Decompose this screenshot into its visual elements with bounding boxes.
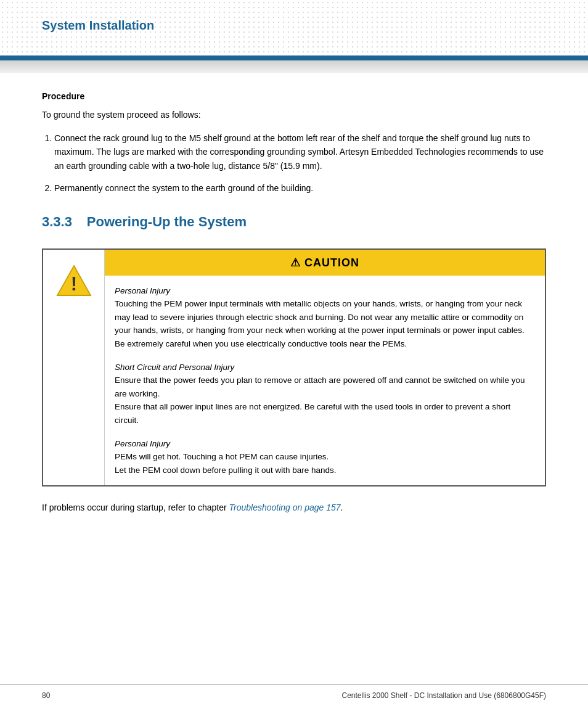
- caution-header-label: ⚠ CAUTION: [105, 250, 545, 276]
- caution-icon-area: !: [43, 250, 105, 486]
- reference-suffix: .: [341, 503, 343, 512]
- header: System Installation: [0, 0, 588, 55]
- caution-section-3-title: Personal Injury: [115, 437, 535, 451]
- caution-triangle-icon: !: [55, 262, 92, 299]
- section-title: Powering-Up the System: [87, 214, 247, 229]
- section-heading-333: 3.3.3 Powering-Up the System: [42, 214, 546, 230]
- footer-document-title: Centellis 2000 Shelf - DC Installation a…: [341, 691, 546, 700]
- page-title: System Installation: [42, 18, 154, 33]
- caution-section-1: Personal Injury Touching the PEM power i…: [115, 284, 535, 351]
- grey-gradient-bar: [0, 60, 588, 73]
- procedure-steps: Connect the rack ground lug to the M5 sh…: [54, 131, 546, 195]
- caution-section-1-body: Touching the PEM power input terminals w…: [115, 297, 535, 350]
- caution-section-3: Personal Injury PEMs will get hot. Touch…: [115, 437, 535, 477]
- caution-section-1-title: Personal Injury: [115, 284, 535, 298]
- footer-page-number: 80: [42, 691, 50, 700]
- caution-content: ⚠ CAUTION Personal Injury Touching the P…: [105, 250, 545, 486]
- footer: 80 Centellis 2000 Shelf - DC Installatio…: [0, 684, 588, 706]
- caution-section-2: Short Circuit and Personal Injury Ensure…: [115, 361, 535, 427]
- caution-section-3-body: PEMs will get hot. Touching a hot PEM ca…: [115, 450, 535, 477]
- procedure-step-1: Connect the rack ground lug to the M5 sh…: [54, 131, 546, 173]
- reference-link[interactable]: Troubleshooting on page 157: [229, 503, 340, 512]
- reference-prefix: If problems occur during startup, refer …: [42, 503, 229, 512]
- caution-box: ! ⚠ CAUTION Personal Injury Touching the…: [42, 248, 546, 487]
- svg-text:!: !: [70, 273, 76, 295]
- main-content: Procedure To ground the system proceed a…: [0, 73, 588, 557]
- procedure-step-2: Permanently connect the system to the ea…: [54, 181, 546, 195]
- caution-section-2-body: Ensure that the power feeds you plan to …: [115, 374, 535, 427]
- procedure-heading: Procedure: [42, 91, 546, 101]
- reference-text: If problems occur during startup, refer …: [42, 501, 546, 514]
- section-number: 3.3.3: [42, 214, 72, 229]
- caution-body: Personal Injury Touching the PEM power i…: [105, 276, 545, 486]
- blue-divider-bar: [0, 55, 588, 60]
- caution-section-2-title: Short Circuit and Personal Injury: [115, 361, 535, 374]
- procedure-intro: To ground the system proceed as follows:: [42, 109, 546, 121]
